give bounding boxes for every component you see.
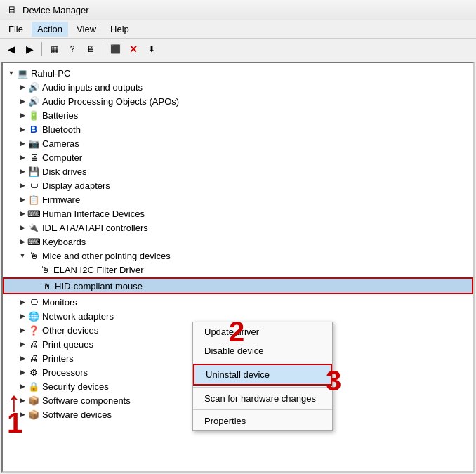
label-processors: Processors <box>42 367 88 378</box>
expand-computer[interactable]: ▶ <box>17 152 28 163</box>
ctx-uninstall-device[interactable]: Uninstall device <box>193 364 332 386</box>
icon-network: 🌐 <box>28 310 39 322</box>
tree-item-firmware[interactable]: ▶ 📋 Firmware <box>3 192 473 206</box>
label-audio-processing: Audio Processing Objects (APOs) <box>42 96 179 107</box>
icon-bluetooth: B <box>28 124 39 135</box>
expand-processors[interactable]: ▶ <box>17 367 28 378</box>
expand-software-components[interactable]: ▶ <box>17 395 28 406</box>
label-cameras: Cameras <box>42 138 79 149</box>
tree-item-elan[interactable]: ▶ 🖱 ELAN I2C Filter Driver <box>3 263 473 277</box>
menu-view[interactable]: View <box>71 22 102 37</box>
tree-item-computer[interactable]: ▶ 🖥 Computer <box>3 150 473 164</box>
label-hid: Human Interface Devices <box>42 209 145 219</box>
label-root: Rahul-PC <box>31 68 70 79</box>
icon-elan: 🖱 <box>39 264 51 275</box>
tree-item-keyboards[interactable]: ▶ ⌨ Keyboards <box>3 235 473 249</box>
ctx-update-driver[interactable]: Update driver <box>193 322 332 341</box>
tree-item-ide[interactable]: ▶ 🔌 IDE ATA/ATAPI controllers <box>3 220 473 235</box>
ctx-properties[interactable]: Properties <box>193 412 332 430</box>
label-batteries: Batteries <box>42 110 78 121</box>
label-disk-drives: Disk drives <box>42 166 87 177</box>
tree-item-bluetooth[interactable]: ▶ B Bluetooth <box>3 122 473 136</box>
tree-item-hid-mouse[interactable]: ▶ 🖱 HID-compliant mouse <box>3 277 473 294</box>
label-monitors: Monitors <box>42 297 77 308</box>
ctx-separator-1 <box>193 362 332 362</box>
icon-batteries: 🔋 <box>28 110 39 121</box>
label-display-adapters: Display adapters <box>42 180 110 191</box>
icon-keyboards: ⌨ <box>28 236 39 247</box>
menu-action[interactable]: Action <box>32 22 68 37</box>
add-button[interactable]: ⬇ <box>143 41 160 58</box>
expand-mice[interactable]: ▼ <box>17 250 28 261</box>
icon-cameras: 📷 <box>28 138 39 149</box>
expand-batteries[interactable]: ▶ <box>17 110 28 121</box>
icon-other-devices: ❓ <box>28 324 39 336</box>
back-button[interactable]: ◀ <box>3 41 20 58</box>
icon-ide: 🔌 <box>28 222 39 233</box>
ctx-separator-2 <box>193 387 332 388</box>
expand-cameras[interactable]: ▶ <box>17 138 28 149</box>
icon-monitors: 🖵 <box>28 296 39 308</box>
label-print-queues: Print queues <box>42 339 93 350</box>
icon-hid: ⌨ <box>28 208 39 219</box>
label-audio-inputs: Audio inputs and outputs <box>42 82 143 93</box>
expand-printers[interactable]: ▶ <box>17 353 28 364</box>
scan-button[interactable]: ⬛ <box>107 41 124 58</box>
label-ide: IDE ATA/ATAPI controllers <box>42 223 148 233</box>
label-network: Network adapters <box>42 311 114 322</box>
expand-other-devices[interactable]: ▶ <box>17 324 28 336</box>
expand-display-adapters[interactable]: ▶ <box>17 180 28 191</box>
label-mice: Mice and other pointing devices <box>42 251 171 261</box>
tree-item-monitors[interactable]: ▶ 🖵 Monitors <box>3 295 473 309</box>
label-computer: Computer <box>42 152 82 163</box>
icon-processors: ⚙ <box>28 367 39 378</box>
tree-item-disk-drives[interactable]: ▶ 💾 Disk drives <box>3 164 473 178</box>
expand-monitors[interactable]: ▶ <box>17 296 28 308</box>
icon-hid-mouse: 🖱 <box>41 280 52 291</box>
expand-root[interactable]: ▼ <box>6 67 17 79</box>
label-keyboards: Keyboards <box>42 237 86 247</box>
icon-security: 🔒 <box>28 381 39 392</box>
expand-security[interactable]: ▶ <box>17 381 28 392</box>
app-icon: 🖥 <box>7 4 17 15</box>
expand-audio-inputs[interactable]: ▶ <box>17 81 28 93</box>
monitor-button[interactable]: 🖥 <box>82 41 99 58</box>
remove-button[interactable]: ✕ <box>125 41 142 58</box>
forward-button[interactable]: ▶ <box>21 41 38 58</box>
context-menu: Update driver Disable device Uninstall d… <box>192 322 333 431</box>
toolbar: ◀ ▶ ▦ ? 🖥 ⬛ ✕ ⬇ <box>0 39 476 60</box>
icon-computer: 🖥 <box>28 152 39 163</box>
tree-item-hid[interactable]: ▶ ⌨ Human Interface Devices <box>3 206 473 220</box>
icon-print-queues: 🖨 <box>28 338 39 350</box>
window-title: Device Manager <box>22 5 89 15</box>
properties-button[interactable]: ▦ <box>46 41 62 58</box>
expand-network[interactable]: ▶ <box>17 310 28 322</box>
ctx-scan-hardware[interactable]: Scan for hardware changes <box>193 389 332 408</box>
expand-audio-processing[interactable]: ▶ <box>17 96 28 107</box>
expand-disk-drives[interactable]: ▶ <box>17 166 28 177</box>
expand-ide[interactable]: ▶ <box>17 222 28 233</box>
tree-item-audio-inputs[interactable]: ▶ 🔊 Audio inputs and outputs <box>3 80 473 94</box>
question-button[interactable]: ? <box>64 41 81 58</box>
expand-bluetooth[interactable]: ▶ <box>17 124 28 135</box>
tree-item-display-adapters[interactable]: ▶ 🖵 Display adapters <box>3 178 473 192</box>
main-area: ▼ 💻 Rahul-PC ▶ 🔊 Audio inputs and output… <box>1 62 475 473</box>
tree-item-batteries[interactable]: ▶ 🔋 Batteries <box>3 108 473 122</box>
label-firmware: Firmware <box>42 195 80 205</box>
label-software-components: Software components <box>42 395 131 406</box>
expand-software-devices[interactable]: ▶ <box>17 409 28 420</box>
title-bar: 🖥 Device Manager <box>0 0 476 20</box>
label-software-devices: Software devices <box>42 409 112 420</box>
tree-item-root[interactable]: ▼ 💻 Rahul-PC <box>3 66 473 80</box>
menu-help[interactable]: Help <box>105 22 135 37</box>
label-hid-mouse: HID-compliant mouse <box>55 281 143 291</box>
expand-print-queues[interactable]: ▶ <box>17 338 28 350</box>
tree-item-audio-processing[interactable]: ▶ 🔊 Audio Processing Objects (APOs) <box>3 94 473 108</box>
tree-item-network[interactable]: ▶ 🌐 Network adapters <box>3 309 473 323</box>
label-bluetooth: Bluetooth <box>42 124 81 135</box>
tree-item-cameras[interactable]: ▶ 📷 Cameras <box>3 136 473 150</box>
ctx-disable-device[interactable]: Disable device <box>193 341 332 360</box>
tree-item-mice[interactable]: ▼ 🖱 Mice and other pointing devices <box>3 249 473 263</box>
menu-file[interactable]: File <box>3 22 29 37</box>
expand-firmware[interactable]: ▶ <box>17 194 28 205</box>
